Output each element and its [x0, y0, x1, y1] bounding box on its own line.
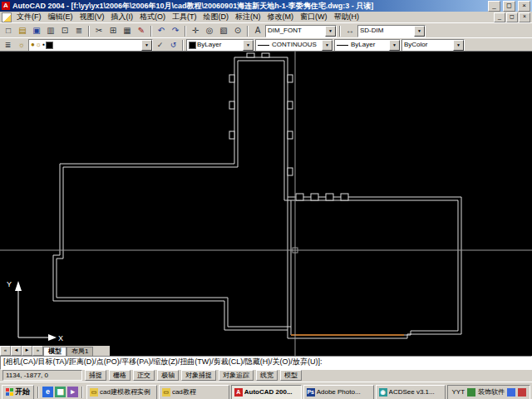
menu-modify[interactable]: 修改(M) — [264, 12, 298, 22]
window-symbols[interactable] — [229, 53, 348, 200]
toggle-grid[interactable]: 栅格 — [109, 370, 131, 381]
undo-icon[interactable]: ↶ — [155, 25, 168, 37]
toggle-osnap[interactable]: 对象捕捉 — [181, 370, 216, 381]
mdi-minimize-button[interactable]: _ — [494, 12, 505, 22]
layer-status: ● ☼ ▪ — [29, 40, 141, 51]
crosshair-cursor — [0, 52, 532, 357]
tray-icon[interactable] — [467, 388, 475, 397]
copy-icon[interactable]: ⊞ — [106, 25, 120, 37]
make-object-layer-current-icon[interactable]: ✓ — [154, 40, 166, 51]
tab-last-icon[interactable]: » — [32, 346, 43, 356]
chevron-down-icon[interactable]: ▼ — [389, 40, 400, 51]
task-cad-modeling-tutorial[interactable]: ▭ cad建模教程实例 — [86, 385, 157, 399]
tab-first-icon[interactable]: « — [0, 346, 11, 356]
window-title: AutoCAD 2004 - [f:\yy\yx1\2006年\2006年10月… — [12, 1, 485, 12]
dim-style-icon[interactable]: ↔ — [343, 25, 357, 37]
autocad-app-icon: A — [2, 2, 10, 10]
chevron-down-icon[interactable]: ▼ — [243, 40, 254, 51]
menu-file[interactable]: 文件(F) — [13, 12, 45, 22]
toggle-lineweight[interactable]: 线宽 — [256, 370, 278, 381]
publish-icon[interactable]: ≣ — [72, 25, 86, 37]
toggle-polar[interactable]: 极轴 — [157, 370, 179, 381]
close-button[interactable]: × — [518, 1, 530, 12]
layer-properties-manager-icon[interactable]: ≣ — [2, 40, 14, 51]
internet-explorer-icon[interactable]: e — [42, 387, 53, 397]
task-acdsee[interactable]: ◉ ACDSee v3.1... — [376, 385, 446, 399]
menu-window[interactable]: 窗口(W) — [297, 12, 331, 22]
show-desktop-icon[interactable]: ▦ — [55, 387, 66, 397]
plot-preview-icon[interactable]: ⊡ — [58, 25, 71, 37]
pan-icon[interactable]: ✛ — [189, 25, 202, 37]
tray-icon[interactable] — [518, 388, 526, 397]
tab-model[interactable]: 模型 — [43, 347, 66, 356]
menu-draw[interactable]: 绘图(D) — [200, 12, 233, 22]
layer-previous-icon[interactable]: ↺ — [167, 40, 180, 51]
chevron-down-icon[interactable]: ▼ — [325, 26, 336, 37]
lineweight-combo[interactable]: ByLayer ▼ — [334, 39, 401, 52]
open-icon[interactable]: ▤ — [16, 25, 29, 37]
task-adobe-photoshop[interactable]: Ps Adobe Photo... — [303, 385, 374, 399]
tab-layout1[interactable]: 布局1 — [66, 347, 93, 356]
zoom-window-icon[interactable]: ▧ — [217, 25, 230, 37]
system-tray: YYT 装饰软件 — [447, 385, 530, 399]
minimize-button[interactable]: _ — [488, 1, 500, 12]
mdi-restore-button[interactable]: ◻ — [506, 12, 518, 22]
drawing-file-icon — [2, 12, 12, 22]
menu-help[interactable]: 帮助(H) — [331, 12, 363, 22]
menu-view[interactable]: 视图(V) — [76, 12, 108, 22]
task-autocad[interactable]: A AutoCAD 200... — [231, 385, 302, 399]
media-player-icon[interactable]: ▸ — [67, 387, 78, 397]
paste-icon[interactable]: ▦ — [121, 25, 134, 37]
chevron-down-icon[interactable]: ▼ — [322, 40, 332, 51]
restore-button[interactable]: ◻ — [503, 1, 515, 12]
tray-app-label[interactable]: 装饰软件 — [478, 387, 505, 397]
toggle-otrack[interactable]: 对象追踪 — [219, 370, 254, 381]
zoom-previous-icon[interactable]: ⊙ — [231, 25, 244, 37]
linetype-combo[interactable]: CONTINUOUS ▼ — [255, 39, 333, 52]
layer-states-icon[interactable]: ☼ — [15, 40, 27, 51]
ime-indicator[interactable]: YYT — [451, 388, 465, 396]
save-icon[interactable]: ▣ — [30, 25, 43, 37]
match-properties-icon[interactable]: ✎ — [135, 25, 148, 37]
status-bar: 1134, -1877, 0 捕捉 栅格 正交 极轴 对象捕捉 对象追踪 线宽 … — [0, 368, 532, 382]
floor-plan-walls[interactable] — [53, 53, 461, 338]
mdi-close-button[interactable]: × — [519, 12, 530, 22]
plot-icon[interactable]: ▥ — [44, 25, 57, 37]
tab-prev-icon[interactable]: ◄ — [11, 346, 22, 356]
lineweight-value: ByLayer — [335, 40, 389, 51]
autocad-window: A AutoCAD 2004 - [f:\yy\yx1\2006年\2006年1… — [0, 0, 532, 399]
tab-next-icon[interactable]: ► — [22, 346, 32, 356]
qnew-icon[interactable]: □ — [2, 25, 15, 37]
plot-style-combo[interactable]: ByColor ▼ — [401, 39, 465, 52]
chevron-down-icon[interactable]: ▼ — [141, 40, 152, 51]
menu-tools[interactable]: 工具(T) — [169, 12, 200, 22]
text-style-combo[interactable]: DIM_FONT ▼ — [265, 25, 337, 37]
linetype-preview — [258, 45, 269, 46]
redo-icon[interactable]: ↷ — [169, 25, 182, 37]
acdsee-icon: ◉ — [379, 388, 387, 397]
text-style-icon[interactable]: A — [251, 25, 264, 37]
dim-style-combo[interactable]: SD-DIM ▼ — [357, 25, 426, 37]
menu-format[interactable]: 格式(O) — [136, 12, 169, 22]
menu-insert[interactable]: 插入(I) — [108, 12, 137, 22]
toggle-snap[interactable]: 捕捉 — [85, 370, 106, 381]
chevron-down-icon[interactable]: ▼ — [453, 40, 464, 51]
color-combo[interactable]: ByLayer ▼ — [186, 39, 254, 52]
drawing-canvas[interactable]: Y X — [0, 52, 532, 357]
menu-dimension[interactable]: 标注(N) — [232, 12, 264, 22]
zoom-realtime-icon[interactable]: ◎ — [203, 25, 216, 37]
toggle-ortho[interactable]: 正交 — [133, 370, 155, 381]
tray-icon[interactable] — [507, 388, 515, 397]
coordinates-readout[interactable]: 1134, -1877, 0 — [2, 370, 82, 381]
start-button[interactable]: 开始 — [2, 385, 34, 399]
chevron-down-icon[interactable]: ▼ — [414, 26, 425, 37]
layer-lock-icon: ▪ — [42, 40, 45, 50]
drawing-area[interactable]: Y X — [0, 51, 532, 357]
ucs-icon: Y X — [7, 280, 63, 342]
cut-icon[interactable]: ✂ — [92, 25, 106, 37]
toggle-model[interactable]: 模型 — [280, 370, 302, 381]
photoshop-icon: Ps — [307, 388, 315, 397]
task-cad-tutorial[interactable]: ▭ cad教程 — [159, 385, 229, 399]
menu-edit[interactable]: 编辑(E) — [45, 12, 76, 22]
layer-combo[interactable]: ● ☼ ▪ ▼ — [28, 39, 153, 52]
